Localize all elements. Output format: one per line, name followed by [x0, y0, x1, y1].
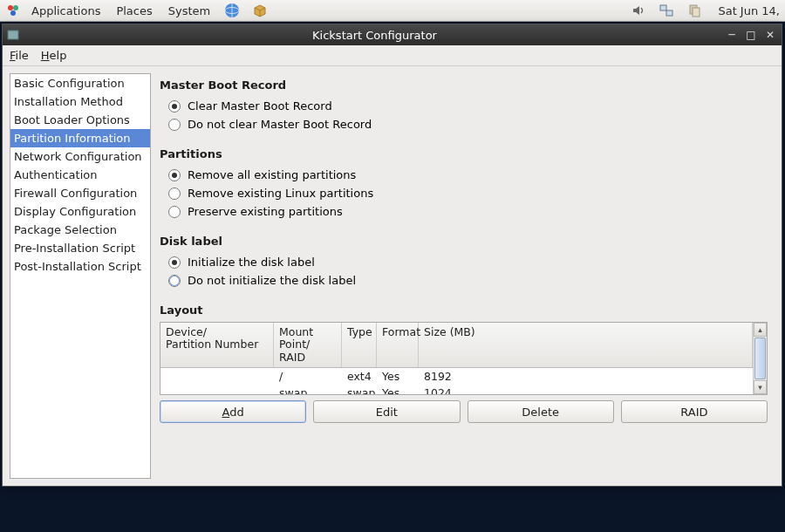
main-pane: Master Boot Record Clear Master Boot Rec… [156, 73, 775, 479]
volume-icon[interactable] [629, 1, 648, 20]
panel-menu-system[interactable]: System [161, 3, 217, 19]
radio-preserve-row[interactable]: Preserve existing partitions [160, 202, 768, 221]
col-mount[interactable]: Mount Point/ RAID [274, 323, 342, 367]
section-mbr-title: Master Boot Record [160, 78, 768, 92]
window-controls: ─ □ ✕ [724, 28, 778, 42]
sidebar-item-boot-loader-options[interactable]: Boot Loader Options [10, 111, 150, 129]
radio-disk-noinit[interactable] [168, 275, 181, 287]
browser-icon[interactable] [222, 1, 242, 20]
radio-disk-noinit-label: Do not initialize the disk label [188, 274, 356, 287]
sidebar-item-pre-installation-script[interactable]: Pre-Installation Script [10, 239, 150, 257]
col-device[interactable]: Device/ Partition Number [160, 323, 274, 367]
radio-mbr-clear-label: Clear Master Boot Record [188, 99, 332, 113]
sidebar-item-installation-method[interactable]: Installation Method [10, 92, 150, 111]
section-layout-title: Layout [160, 304, 768, 317]
svg-point-1 [13, 5, 18, 10]
cell-format: Yes [377, 385, 419, 394]
radio-mbr-clear[interactable] [168, 100, 181, 113]
packages-icon[interactable] [250, 1, 270, 20]
close-button[interactable]: ✕ [762, 28, 778, 42]
radio-mbr-noclear-row[interactable]: Do not clear Master Boot Record [160, 115, 768, 133]
menubar: File Help [3, 45, 782, 66]
table-row[interactable]: / ext4 Yes 8192 [160, 368, 753, 385]
radio-preserve[interactable] [168, 206, 181, 218]
table-header-row: Device/ Partition Number Mount Point/ RA… [160, 323, 753, 368]
radio-disk-noinit-row[interactable]: Do not initialize the disk label [160, 271, 768, 290]
panel-left: Applications Places System [5, 1, 273, 20]
partition-table: Device/ Partition Number Mount Point/ RA… [160, 322, 768, 395]
radio-disk-init[interactable] [168, 256, 181, 269]
clipboard-icon[interactable] [685, 1, 704, 20]
cell-device [160, 385, 274, 394]
sidebar: Basic Configuration Installation Method … [10, 73, 151, 479]
radio-remove-linux-label: Remove existing Linux partitions [188, 187, 373, 200]
scrollbar-vertical[interactable]: ▴ ▾ [753, 323, 767, 394]
scroll-down-icon[interactable]: ▾ [754, 380, 767, 394]
panel-menu-applications[interactable]: Applications [24, 3, 107, 19]
panel-menu-places[interactable]: Places [109, 3, 159, 19]
svg-point-2 [10, 10, 16, 16]
svg-rect-5 [660, 5, 666, 10]
radio-disk-init-label: Initialize the disk label [188, 256, 315, 269]
gnome-panel: Applications Places System Sat Jun 14, [0, 0, 785, 22]
radio-mbr-clear-row[interactable]: Clear Master Boot Record [160, 97, 768, 115]
radio-mbr-noclear[interactable] [168, 119, 181, 131]
sidebar-item-firewall-configuration[interactable]: Firewall Configuration [10, 184, 150, 202]
window-title: Kickstart Configurator [25, 29, 724, 42]
cell-size: 8192 [419, 368, 753, 385]
sidebar-item-authentication[interactable]: Authentication [10, 166, 150, 184]
scroll-thumb[interactable] [754, 338, 766, 379]
button-row: Add Edit Delete RAID [160, 400, 768, 423]
col-size[interactable]: Size (MB) [419, 323, 753, 367]
delete-button[interactable]: Delete [468, 400, 614, 423]
edit-button[interactable]: Edit [313, 400, 460, 423]
network-icon[interactable] [657, 1, 676, 20]
col-format[interactable]: Format [377, 323, 419, 367]
radio-preserve-label: Preserve existing partitions [188, 205, 343, 218]
radio-remove-linux-row[interactable]: Remove existing Linux partitions [160, 184, 768, 202]
kickstart-window: Kickstart Configurator ─ □ ✕ File Help B… [2, 24, 782, 487]
cell-type: swap [342, 385, 377, 394]
menu-help[interactable]: Help [41, 49, 67, 62]
svg-rect-6 [666, 10, 672, 16]
titlebar[interactable]: Kickstart Configurator ─ □ ✕ [3, 24, 782, 45]
svg-rect-8 [693, 8, 700, 17]
raid-button[interactable]: RAID [621, 400, 768, 423]
content-area: Basic Configuration Installation Method … [3, 66, 782, 486]
sidebar-item-display-configuration[interactable]: Display Configuration [10, 202, 150, 221]
radio-remove-all-row[interactable]: Remove all existing partitions [160, 166, 768, 184]
app-icon [6, 28, 20, 42]
sidebar-item-basic-configuration[interactable]: Basic Configuration [10, 74, 150, 92]
sidebar-item-network-configuration[interactable]: Network Configuration [10, 147, 150, 166]
maximize-button[interactable]: □ [743, 28, 759, 42]
radio-mbr-noclear-label: Do not clear Master Boot Record [188, 118, 372, 131]
cell-size: 1024 [419, 385, 753, 394]
section-partitions-title: Partitions [160, 147, 768, 160]
radio-remove-all[interactable] [168, 169, 181, 181]
radio-remove-all-label: Remove all existing partitions [188, 168, 356, 181]
panel-clock[interactable]: Sat Jun 14, [718, 4, 780, 17]
sidebar-item-partition-information[interactable]: Partition Information [10, 129, 150, 147]
distro-icon [5, 3, 21, 18]
svg-rect-9 [8, 31, 18, 39]
col-type[interactable]: Type [342, 323, 377, 367]
sidebar-item-package-selection[interactable]: Package Selection [10, 221, 150, 239]
section-disk-title: Disk label [160, 235, 768, 248]
cell-type: ext4 [342, 368, 377, 385]
minimize-button[interactable]: ─ [724, 28, 740, 42]
table-row[interactable]: swap swap Yes 1024 [160, 385, 753, 394]
svg-point-0 [8, 5, 13, 10]
add-button[interactable]: Add [160, 400, 306, 423]
cell-mount: / [274, 368, 342, 385]
panel-right: Sat Jun 14, [625, 1, 780, 20]
radio-disk-init-row[interactable]: Initialize the disk label [160, 253, 768, 271]
scroll-up-icon[interactable]: ▴ [754, 323, 767, 337]
radio-remove-linux[interactable] [168, 188, 181, 200]
cell-format: Yes [377, 368, 419, 385]
menu-file[interactable]: File [10, 49, 29, 62]
sidebar-item-post-installation-script[interactable]: Post-Installation Script [10, 257, 150, 276]
cell-device [160, 368, 274, 385]
cell-mount: swap [274, 385, 342, 394]
